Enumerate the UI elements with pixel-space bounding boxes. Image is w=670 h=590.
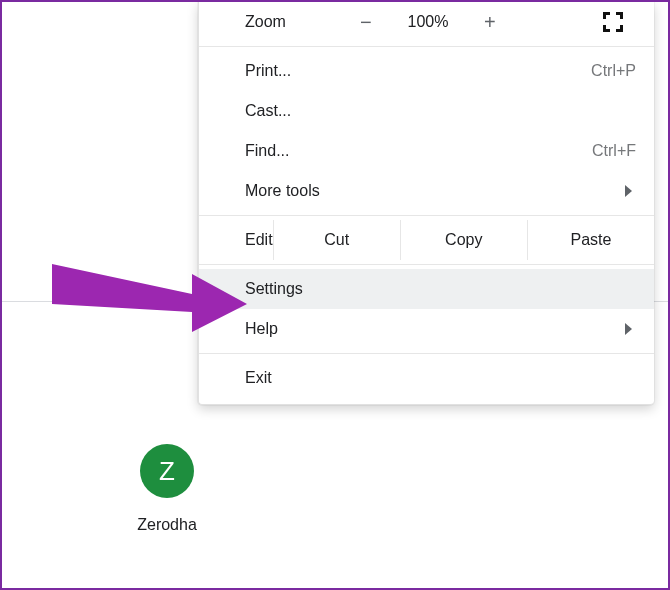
zoom-controls: − 100% +: [286, 2, 570, 42]
menu-item-edit: Edit Cut Copy Paste: [199, 220, 654, 260]
menu-shortcut: Ctrl+F: [592, 142, 636, 160]
edit-label: Edit: [245, 231, 273, 249]
zoom-in-button[interactable]: +: [476, 12, 504, 32]
copy-button[interactable]: Copy: [400, 220, 527, 260]
menu-shortcut: Ctrl+P: [591, 62, 636, 80]
zoom-percentage: 100%: [400, 13, 456, 31]
cut-button[interactable]: Cut: [273, 220, 400, 260]
menu-label: Cast...: [245, 102, 291, 120]
fullscreen-icon: [603, 12, 623, 32]
chevron-right-icon: [625, 323, 632, 335]
menu-label: Print...: [245, 62, 291, 80]
menu-item-find[interactable]: Find... Ctrl+F: [199, 131, 654, 171]
menu-item-more-tools[interactable]: More tools: [199, 171, 654, 211]
menu-label: Find...: [245, 142, 289, 160]
paste-button[interactable]: Paste: [527, 220, 654, 260]
menu-label: Settings: [245, 280, 303, 298]
menu-item-print[interactable]: Print... Ctrl+P: [199, 51, 654, 91]
menu-separator: [199, 46, 654, 47]
shortcut-avatar: Z: [140, 444, 194, 498]
shortcut-label: Zerodha: [107, 516, 227, 534]
menu-label: Exit: [245, 369, 272, 387]
fullscreen-button[interactable]: [570, 2, 654, 42]
shortcut-initial: Z: [159, 456, 175, 487]
menu-separator: [199, 215, 654, 216]
menu-item-settings[interactable]: Settings: [199, 269, 654, 309]
menu-item-exit[interactable]: Exit: [199, 358, 654, 398]
zoom-out-button[interactable]: −: [352, 12, 380, 32]
zoom-label: Zoom: [245, 13, 286, 31]
menu-separator: [199, 264, 654, 265]
menu-label: Help: [245, 320, 278, 338]
menu-item-help[interactable]: Help: [199, 309, 654, 349]
chevron-right-icon: [625, 185, 632, 197]
screenshot-frame: Zoom − 100% + Print... Ctrl+P Cast... Fi…: [0, 0, 670, 590]
edit-buttons-group: Cut Copy Paste: [273, 220, 654, 260]
menu-item-zoom: Zoom − 100% +: [199, 2, 654, 42]
menu-separator: [199, 353, 654, 354]
ntp-shortcut[interactable]: Z Zerodha: [107, 444, 227, 534]
chrome-main-menu: Zoom − 100% + Print... Ctrl+P Cast... Fi…: [198, 2, 654, 405]
menu-label: More tools: [245, 182, 320, 200]
menu-item-cast[interactable]: Cast...: [199, 91, 654, 131]
